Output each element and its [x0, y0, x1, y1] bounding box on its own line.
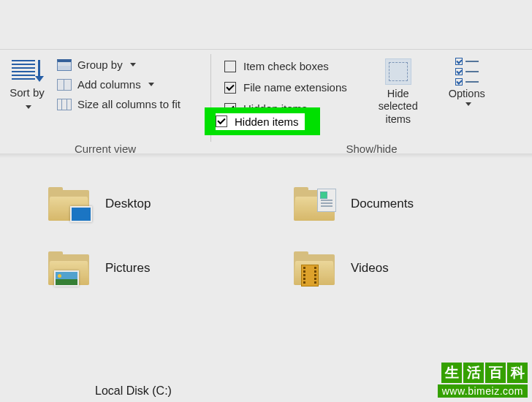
group-by-icon [57, 59, 72, 71]
annotation-highlight: Hidden items [205, 107, 320, 135]
sort-icon [12, 58, 42, 83]
folder-icon [48, 251, 89, 285]
folder-documents[interactable]: Documents [294, 187, 525, 221]
hide-selected-icon [385, 58, 411, 85]
group-current-view: Sort by Group by Add columns Size all co… [0, 50, 210, 158]
group-show-hide: Item check boxes File name extensions Hi… [211, 50, 532, 158]
ribbon-tabs-area [0, 0, 532, 50]
options-label: Options [449, 88, 485, 100]
sort-by-label: Sort by [10, 86, 45, 99]
watermark-char: 科 [507, 363, 528, 383]
drive-local-disk[interactable]: Local Disk (C:) [95, 384, 172, 398]
checkmark-icon [217, 116, 225, 124]
checkbox-icon [216, 115, 227, 127]
folder-pictures[interactable]: Pictures [48, 251, 279, 285]
watermark-char: 生 [441, 363, 462, 383]
hide-selected-label: Hide selected items [368, 88, 429, 126]
options-button[interactable]: Options [436, 58, 498, 140]
folder-icon [48, 187, 89, 221]
folder-icon [294, 187, 335, 221]
size-columns-label: Size all columns to fit [77, 98, 180, 110]
file-name-extensions-checkbox[interactable]: File name extensions [224, 81, 347, 94]
sort-by-button[interactable]: Sort by [7, 54, 47, 113]
watermark-char: 活 [463, 363, 484, 383]
desktop-overlay-icon [70, 206, 92, 222]
chevron-down-icon [130, 63, 136, 67]
watermark-url: www.bimeiz.com [438, 384, 528, 398]
item-check-boxes-checkbox[interactable]: Item check boxes [224, 60, 347, 72]
file-name-extensions-label: File name extensions [243, 81, 347, 94]
options-icon [454, 58, 480, 85]
picture-overlay-icon [54, 270, 79, 287]
group-by-label: Group by [77, 58, 123, 71]
size-columns-button[interactable]: Size all columns to fit [57, 98, 180, 110]
group-by-button[interactable]: Group by [57, 58, 180, 71]
checkbox-icon [224, 61, 236, 72]
folder-label: Desktop [105, 197, 151, 211]
add-columns-button[interactable]: Add columns [57, 78, 180, 91]
add-columns-icon [57, 79, 72, 91]
group-label-show-hide: Show/hide [211, 143, 532, 155]
checkbox-icon [224, 82, 236, 94]
add-columns-label: Add columns [77, 78, 141, 91]
item-check-boxes-label: Item check boxes [243, 60, 329, 72]
folder-label: Documents [351, 197, 414, 211]
size-columns-icon [57, 99, 72, 110]
chevron-down-icon [466, 102, 471, 106]
chevron-down-icon [148, 83, 154, 86]
group-label-current-view: Current view [0, 143, 210, 155]
folder-desktop[interactable]: Desktop [48, 187, 279, 221]
ribbon-view-tab: Sort by Group by Add columns Size all co… [0, 50, 532, 158]
document-overlay-icon [317, 189, 336, 212]
folder-videos[interactable]: Videos [294, 251, 525, 285]
folder-label: Videos [351, 261, 389, 276]
watermark: 生 活 百 科 www.bimeiz.com [438, 363, 528, 398]
folder-icon [294, 251, 335, 285]
video-overlay-icon [301, 265, 319, 287]
hide-selected-items-button[interactable]: Hide selected items [368, 58, 429, 140]
checkmark-icon [226, 82, 234, 90]
folder-label: Pictures [105, 261, 150, 276]
hidden-items-label: Hidden items [235, 115, 299, 128]
watermark-char: 百 [485, 363, 506, 383]
chevron-down-icon [26, 105, 31, 109]
